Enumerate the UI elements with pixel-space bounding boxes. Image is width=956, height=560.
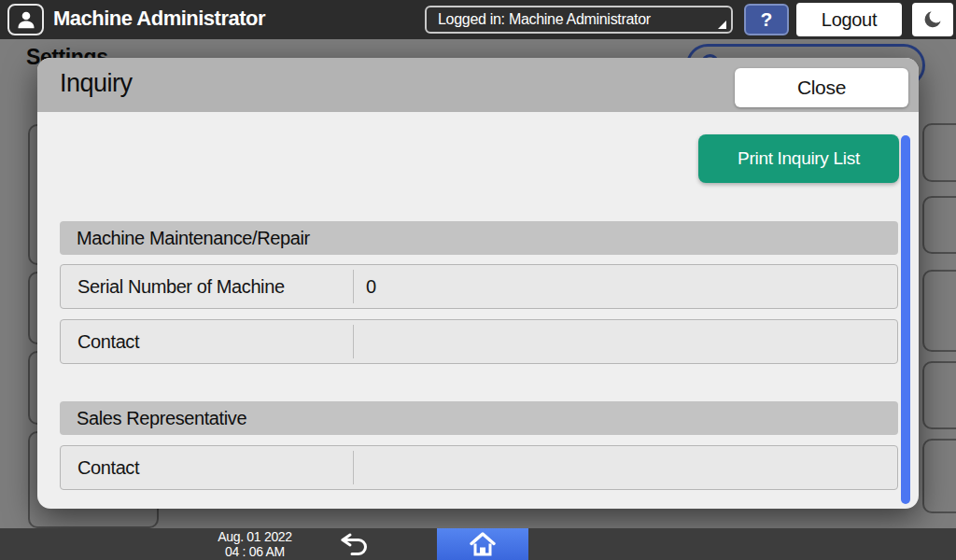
table-row: Contact bbox=[60, 319, 898, 364]
section-header-machine-maintenance: Machine Maintenance/Repair bbox=[60, 221, 898, 255]
help-button[interactable]: ? bbox=[744, 4, 789, 35]
row-value: 0 bbox=[366, 265, 376, 308]
dialog-title: Inquiry bbox=[60, 69, 133, 98]
print-inquiry-list-button[interactable]: Print Inquiry List bbox=[698, 134, 899, 183]
home-button[interactable] bbox=[437, 528, 528, 560]
row-label: Serial Number of Machine bbox=[77, 265, 285, 308]
app-title: Machine Administrator bbox=[53, 7, 265, 31]
close-button[interactable]: Close bbox=[735, 68, 908, 107]
moon-icon bbox=[921, 8, 944, 31]
bottom-bar: Aug. 01 2022 04 : 06 AM bbox=[0, 528, 956, 560]
home-icon bbox=[469, 531, 497, 557]
dropdown-corner-icon bbox=[718, 21, 726, 29]
row-label: Contact bbox=[77, 446, 139, 489]
scrollbar-thumb[interactable] bbox=[901, 135, 910, 504]
row-divider bbox=[353, 270, 354, 303]
back-button[interactable] bbox=[329, 528, 381, 560]
inquiry-dialog: Inquiry Close Print Inquiry List Machine… bbox=[37, 58, 919, 509]
row-divider bbox=[353, 451, 354, 484]
table-row: Serial Number of Machine 0 bbox=[60, 264, 898, 309]
login-status-dropdown[interactable]: Logged in: Machine Administrator bbox=[425, 6, 733, 34]
dialog-header: Inquiry Close bbox=[37, 58, 919, 112]
logout-button[interactable]: Logout bbox=[796, 3, 902, 36]
user-icon bbox=[15, 8, 37, 31]
section-header-sales-representative: Sales Representative bbox=[60, 401, 898, 435]
screen: Settings Inquiry Close Print Inquiry Lis… bbox=[0, 0, 956, 560]
date-text: Aug. 01 2022 bbox=[204, 529, 306, 544]
login-status-label: Logged in: Machine Administrator bbox=[438, 11, 651, 27]
row-label: Contact bbox=[77, 320, 139, 363]
time-text: 04 : 06 AM bbox=[204, 544, 306, 559]
row-divider bbox=[353, 325, 354, 358]
datetime-display: Aug. 01 2022 04 : 06 AM bbox=[204, 529, 306, 559]
sleep-mode-button[interactable] bbox=[912, 3, 953, 36]
user-account-button[interactable] bbox=[7, 4, 44, 35]
top-bar: Machine Administrator Logged in: Machine… bbox=[0, 0, 956, 39]
return-arrow-icon bbox=[338, 532, 372, 556]
table-row: Contact bbox=[60, 445, 898, 490]
